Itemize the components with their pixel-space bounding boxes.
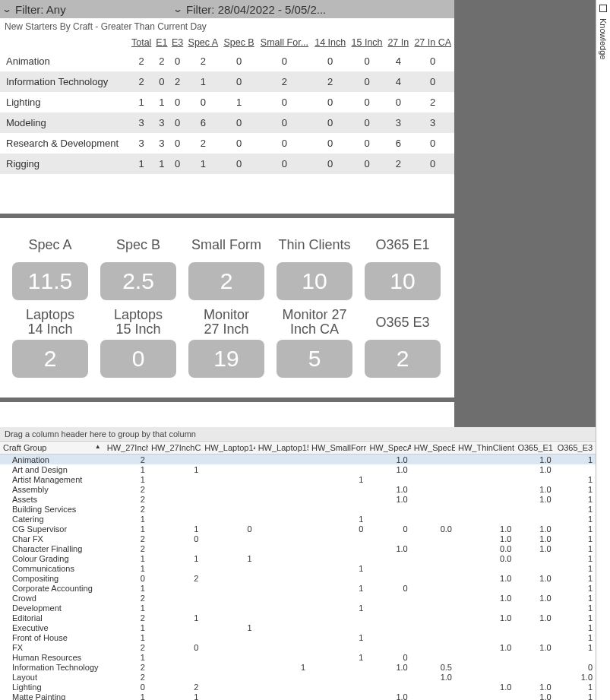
value-cell: [255, 593, 308, 603]
craft-cell: Information Technology: [0, 662, 104, 672]
grid-row[interactable]: Corporate Accounting1101: [0, 583, 596, 593]
cell: 2: [154, 51, 170, 71]
craft-label: Information Technology: [0, 71, 129, 92]
grid-header[interactable]: HW_27Inch: [104, 442, 148, 455]
grid-row[interactable]: Communications111: [0, 563, 596, 573]
value-cell: 2: [148, 682, 201, 692]
craft-grid[interactable]: Craft Group▲HW_27InchHW_27InchCAHW_Lapto…: [0, 442, 596, 700]
grid-row[interactable]: Compositing021.01.01: [0, 573, 596, 583]
grid-row[interactable]: Artist Management111: [0, 474, 596, 484]
cell: 0: [154, 71, 170, 92]
grid-row[interactable]: Crowd21.01.01: [0, 593, 596, 603]
craft-cell: Crowd: [0, 593, 104, 603]
grid-row[interactable]: Information Technology211.00.50: [0, 662, 596, 672]
cell[interactable]: 2: [129, 71, 154, 92]
filter-any-dropdown[interactable]: ⌄ Filter: Any: [0, 0, 171, 18]
grid-row[interactable]: Lighting021.01.01: [0, 682, 596, 692]
value-cell: [255, 543, 308, 553]
grid-header[interactable]: HW_SmallForm: [308, 442, 366, 455]
kpi-label: Spec B: [100, 229, 176, 261]
craft-cell: Front of House: [0, 632, 104, 642]
value-cell: [366, 593, 410, 603]
grid-row[interactable]: Human Resources110: [0, 652, 596, 662]
cell[interactable]: 3: [129, 112, 154, 133]
grid-row[interactable]: CG Supervisor110000.01.01.01: [0, 524, 596, 534]
value-cell: 1.0: [514, 593, 554, 603]
t1-header[interactable]: 15 Inch: [349, 34, 385, 51]
grid-row[interactable]: Layout21.01.0: [0, 672, 596, 682]
kpi-panel: Spec A11.5Spec B2.5Small Form2Thin Clien…: [0, 218, 454, 402]
grid-row[interactable]: Animation21.01.01: [0, 455, 596, 465]
cell: 2: [411, 92, 454, 112]
grid-row[interactable]: Development111: [0, 603, 596, 613]
craft-label: Rigging: [0, 154, 129, 174]
grid-row[interactable]: Executive111: [0, 622, 596, 632]
t1-header[interactable]: E1: [154, 34, 170, 51]
t1-header[interactable]: Small For...: [257, 34, 311, 51]
grid-header[interactable]: HW_SpecB: [411, 442, 455, 455]
grid-header[interactable]: HW_Laptop14: [201, 442, 254, 455]
cell[interactable]: 1: [129, 154, 154, 174]
cell: 2: [185, 51, 221, 71]
cell[interactable]: 3: [129, 133, 154, 154]
filter-date-dropdown[interactable]: ⌄ Filter: 28/04/2022 - 5/05/2...: [171, 0, 454, 18]
grid-row[interactable]: FX201.01.01: [0, 642, 596, 652]
knowledge-sidebar[interactable]: Knowledge: [596, 0, 610, 700]
cell[interactable]: 2: [129, 51, 154, 71]
value-cell: 1.0: [514, 682, 554, 692]
cell: 3: [411, 112, 454, 133]
t1-header[interactable]: Total: [129, 34, 154, 51]
grid-row[interactable]: Colour Grading1110.01: [0, 553, 596, 563]
grid-row[interactable]: Assembly21.01.01: [0, 484, 596, 494]
grid-header[interactable]: HW_ThinClients: [455, 442, 514, 455]
cell: 1: [185, 154, 221, 174]
grid-row[interactable]: Matte Painting111.01.01: [0, 692, 596, 700]
value-cell: 0: [555, 662, 596, 672]
grid-row[interactable]: Building Services21: [0, 504, 596, 514]
t1-header[interactable]: 14 Inch: [312, 34, 349, 51]
t1-header[interactable]: Spec B: [221, 34, 258, 51]
grid-header[interactable]: O365_E3: [555, 442, 596, 455]
grid-row[interactable]: Assets21.01.01: [0, 494, 596, 504]
t1-header[interactable]: 27 In: [385, 34, 411, 51]
value-cell: 1.0: [366, 494, 410, 504]
grid-row[interactable]: Character Finalling21.00.01.01: [0, 543, 596, 553]
grid-row[interactable]: Front of House111: [0, 632, 596, 642]
kpi-card: O365 E32: [365, 306, 441, 378]
grid-row[interactable]: Catering111: [0, 514, 596, 524]
value-cell: [308, 672, 366, 682]
value-cell: [201, 662, 254, 672]
value-cell: [255, 464, 308, 474]
value-cell: 1.0: [514, 534, 554, 543]
cell: 3: [154, 112, 170, 133]
value-cell: [201, 682, 254, 692]
grid-row[interactable]: Art and Design111.01.0: [0, 464, 596, 474]
grid-row[interactable]: Char FX201.01.01: [0, 534, 596, 543]
value-cell: 1: [308, 563, 366, 573]
craft-cell: Matte Painting: [0, 692, 104, 700]
value-cell: [255, 642, 308, 652]
value-cell: 1.0: [366, 692, 410, 700]
value-cell: [255, 534, 308, 543]
grid-group-hint[interactable]: Drag a column header here to group by th…: [0, 427, 596, 442]
value-cell: 2: [104, 534, 148, 543]
value-cell: 1: [148, 553, 201, 563]
grid-header[interactable]: O365_E1: [514, 442, 554, 455]
value-cell: 0: [104, 682, 148, 692]
value-cell: [366, 672, 410, 682]
cell[interactable]: 1: [129, 92, 154, 112]
t1-header[interactable]: E3: [169, 34, 185, 51]
t1-header[interactable]: Spec A: [185, 34, 221, 51]
grid-header[interactable]: HW_27InchCA: [148, 442, 201, 455]
grid-header[interactable]: Craft Group▲: [0, 442, 104, 455]
kpi-value: 2: [365, 340, 441, 378]
grid-header[interactable]: HW_Laptop15: [255, 442, 308, 455]
grid-row[interactable]: Editorial211.01.01: [0, 613, 596, 622]
value-cell: 1: [555, 573, 596, 583]
value-cell: [514, 504, 554, 514]
grid-header[interactable]: HW_SpecA: [366, 442, 410, 455]
t1-header[interactable]: [0, 34, 129, 51]
value-cell: [366, 474, 410, 484]
t1-header[interactable]: 27 In CA: [411, 34, 454, 51]
cell: 6: [385, 133, 411, 154]
